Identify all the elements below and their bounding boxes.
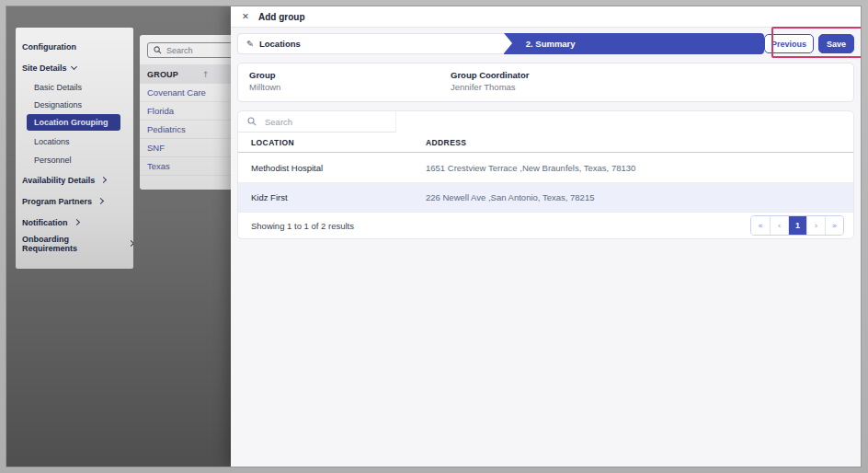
sidebar-item-program-partners[interactable]: Program Partners: [16, 190, 133, 212]
sidebar-item-personnel[interactable]: Personnel: [16, 150, 133, 169]
location-cell: Kidz First: [238, 192, 426, 202]
drawer-header: ✕ Add group: [231, 6, 861, 28]
sidebar-item-configuration[interactable]: Configuration: [16, 36, 133, 57]
sidebar-item-label: Locations: [34, 137, 70, 146]
sidebar-item-label: Onboarding Requirements: [22, 235, 122, 253]
table-footer: Showing 1 to 1 of 2 results « ‹ 1 › »: [238, 212, 853, 238]
sidebar-item-location-grouping-active[interactable]: Location Grouping: [27, 114, 120, 131]
sidebar-item-label: Designations: [34, 100, 82, 110]
group-search-input[interactable]: [166, 46, 230, 55]
chevron-right-icon: [128, 240, 133, 247]
sidebar-item-basic-details[interactable]: Basic Details: [16, 78, 133, 96]
wizard-stepper: ✎ Locations 2. Summary Previous Save: [237, 33, 854, 54]
add-group-drawer: ✕ Add group ✎ Locations 2. Summary Previ…: [231, 6, 861, 467]
group-row-covenant-care[interactable]: Covenant Care: [140, 84, 244, 102]
results-count-text: Showing 1 to 1 of 2 results: [251, 221, 354, 231]
screenshot-frame: Configuration Site Details Basic Details…: [0, 0, 868, 473]
chevron-right-icon: [73, 219, 79, 225]
next-page-button[interactable]: ›: [806, 216, 825, 235]
background-page: Configuration Site Details Basic Details…: [6, 6, 231, 467]
sidebar-item-label: Location Grouping: [34, 118, 108, 127]
sidebar-item-label: Basic Details: [34, 83, 82, 92]
coordinator-value: Jennifer Thomas: [451, 82, 530, 92]
address-cell: 226 Newell Ave ,San Antonio, Texas, 7821…: [426, 192, 853, 202]
group-value: Milltown: [249, 82, 451, 92]
group-row-florida[interactable]: Florida: [140, 102, 244, 121]
coordinator-label: Group Coordinator: [451, 70, 530, 80]
sidebar-item-label: Personnel: [34, 156, 72, 165]
group-list-panel: GROUP ↑ Covenant Care Florida Pediatrics…: [140, 35, 244, 190]
table-row-methodist-hospital[interactable]: Methodist Hospital 1651 Crestview Terrac…: [238, 153, 853, 182]
column-header-address[interactable]: ADDRESS: [426, 138, 853, 147]
group-row-snf[interactable]: SNF: [140, 139, 244, 157]
previous-button[interactable]: Previous: [764, 34, 814, 53]
chevron-right-icon: [100, 177, 107, 183]
last-page-button[interactable]: »: [825, 216, 843, 235]
group-search-box[interactable]: [147, 42, 236, 58]
sidebar-item-designations[interactable]: Designations: [16, 96, 133, 113]
chevron-right-icon: [97, 198, 104, 204]
table-row-kidz-first[interactable]: Kidz First 226 Newell Ave ,San Antonio, …: [238, 182, 853, 212]
locations-table-card: LOCATION ADDRESS Methodist Hospital 1651…: [237, 110, 854, 239]
group-row-label: Florida: [147, 106, 174, 116]
sidebar-item-locations[interactable]: Locations: [16, 133, 133, 150]
address-cell: 1651 Crestview Terrace ,New Braunfels, T…: [426, 163, 853, 173]
locations-search-box[interactable]: [238, 111, 396, 133]
sort-ascending-icon[interactable]: ↑: [202, 70, 210, 79]
summary-coordinator-column: Group Coordinator Jennifer Thomas: [451, 70, 530, 95]
search-icon: [247, 117, 257, 126]
group-row-pediatrics[interactable]: Pediatrics: [140, 121, 244, 139]
wizard-step-summary-active[interactable]: 2. Summary: [504, 33, 764, 54]
previous-page-button[interactable]: ‹: [770, 216, 788, 235]
group-row-label: Texas: [147, 161, 170, 171]
sidebar-item-label: Program Partners: [22, 197, 92, 206]
wizard-step-label: Locations: [259, 39, 301, 49]
sidebar-item-notification[interactable]: Notification: [16, 212, 133, 233]
app-window: Configuration Site Details Basic Details…: [6, 6, 861, 467]
group-header-label: GROUP: [147, 70, 178, 79]
sidebar-item-label: Availability Details: [22, 176, 95, 185]
group-column-header[interactable]: GROUP ↑: [140, 64, 244, 84]
location-cell: Methodist Hospital: [238, 163, 426, 173]
sidebar-item-label: Notification: [22, 218, 68, 227]
sidebar-item-label: Site Details: [22, 63, 67, 73]
edit-pencil-icon: ✎: [246, 40, 254, 49]
column-header-location[interactable]: LOCATION: [238, 138, 426, 147]
close-icon[interactable]: ✕: [242, 12, 249, 21]
drawer-title: Add group: [258, 12, 305, 22]
first-page-button[interactable]: «: [751, 216, 770, 235]
summary-group-column: Group Milltown: [249, 70, 451, 95]
sidebar-item-availability-details[interactable]: Availability Details: [16, 169, 133, 190]
locations-search-row: [238, 111, 853, 133]
locations-table-header: LOCATION ADDRESS: [238, 133, 853, 153]
wizard-actions: Previous Save: [764, 33, 854, 54]
group-list-footer: [140, 176, 244, 190]
wizard-step-locations[interactable]: ✎ Locations: [237, 33, 504, 54]
sidebar-item-site-details[interactable]: Site Details: [16, 57, 133, 78]
page-1-button[interactable]: 1: [788, 216, 806, 235]
sidebar-item-onboarding-requirements[interactable]: Onboarding Requirements: [16, 233, 133, 254]
chevron-down-icon: [70, 63, 76, 70]
group-summary-card: Group Milltown Group Coordinator Jennife…: [237, 63, 854, 102]
pagination: « ‹ 1 › »: [750, 215, 844, 236]
group-label: Group: [249, 70, 451, 80]
group-row-label: SNF: [147, 143, 165, 153]
locations-search-input[interactable]: [265, 117, 395, 127]
group-row-label: Pediatrics: [147, 124, 186, 134]
sidebar-item-label: Configuration: [22, 42, 76, 52]
save-button[interactable]: Save: [818, 34, 854, 53]
group-row-label: Covenant Care: [147, 87, 206, 98]
wizard-step-label: 2. Summary: [526, 39, 576, 49]
search-icon: [154, 46, 162, 54]
config-sidebar: Configuration Site Details Basic Details…: [16, 28, 133, 269]
group-row-texas[interactable]: Texas: [140, 157, 244, 176]
